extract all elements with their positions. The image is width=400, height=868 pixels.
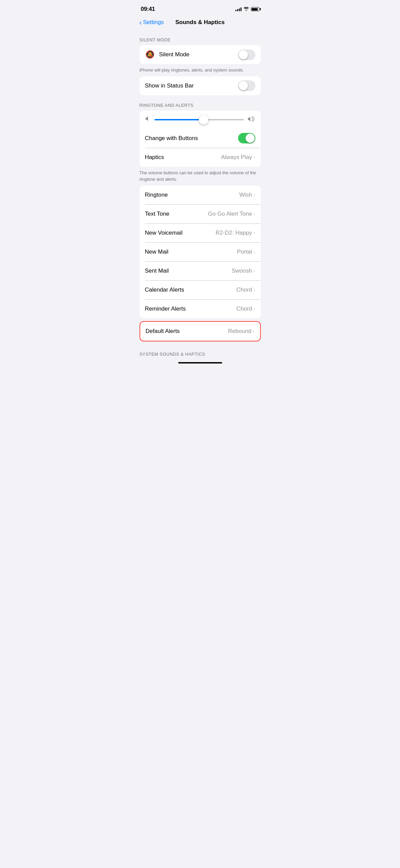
- toggle-thumb: [246, 134, 255, 143]
- system-sounds-section-label: SYSTEM SOUNDS & HAPTICS: [140, 352, 261, 357]
- signal-icon: [235, 7, 241, 11]
- ringtone-alerts-card: Change with Buttons Haptics Always Play …: [140, 111, 261, 167]
- change-with-buttons-row: Change with Buttons: [140, 129, 261, 148]
- text-tone-chevron-icon: ›: [253, 211, 255, 217]
- new-voicemail-label: New Voicemail: [145, 230, 216, 236]
- text-tone-value: Go Go Alert Tone: [208, 211, 252, 217]
- battery-icon: [251, 7, 259, 11]
- volume-slider-thumb: [199, 115, 208, 124]
- ringtone-row[interactable]: Ringtone Wish ›: [140, 185, 261, 204]
- text-tone-row[interactable]: Text Tone Go Go Alert Tone ›: [140, 204, 261, 223]
- new-mail-row[interactable]: New Mail Portal ›: [140, 242, 261, 261]
- show-in-status-bar-row: Show in Status Bar: [140, 76, 261, 95]
- status-icons: [235, 7, 259, 12]
- ringtone-helper: The volume buttons can be used to adjust…: [134, 167, 266, 183]
- default-alerts-value: Rebound: [228, 328, 251, 335]
- back-button[interactable]: ‹ Settings: [140, 19, 164, 26]
- haptics-label: Haptics: [145, 154, 221, 161]
- bottom-section: SYSTEM SOUNDS & HAPTICS: [134, 352, 266, 357]
- volume-row: [140, 111, 261, 129]
- volume-low-icon: [145, 116, 151, 123]
- bell-icon: 🔕: [145, 50, 154, 59]
- calendar-alerts-value: Chord: [236, 287, 252, 293]
- new-mail-chevron-icon: ›: [253, 249, 255, 255]
- volume-slider-track[interactable]: [154, 119, 244, 120]
- toggle-thumb: [239, 50, 248, 59]
- status-time: 09:41: [141, 6, 155, 13]
- default-alerts-chevron-icon: ›: [253, 328, 254, 334]
- new-voicemail-chevron-icon: ›: [253, 230, 255, 236]
- sent-mail-label: Sent Mail: [145, 268, 232, 274]
- volume-slider-fill: [154, 119, 204, 120]
- show-in-status-bar-label: Show in Status Bar: [145, 82, 238, 89]
- silent-mode-label: Silent Mode: [159, 51, 238, 58]
- ringtone-value: Wish: [239, 192, 252, 198]
- back-label: Settings: [143, 19, 164, 26]
- calendar-alerts-label: Calendar Alerts: [145, 287, 236, 293]
- reminder-alerts-row[interactable]: Reminder Alerts Chord ›: [140, 299, 261, 318]
- calendar-alerts-chevron-icon: ›: [253, 287, 255, 293]
- haptics-value: Always Play: [221, 154, 252, 161]
- back-chevron-icon: ‹: [140, 19, 142, 26]
- page-title: Sounds & Haptics: [175, 19, 225, 26]
- silent-mode-row: 🔕 Silent Mode: [140, 45, 261, 64]
- sent-mail-row[interactable]: Sent Mail Swoosh ›: [140, 261, 261, 280]
- silent-mode-helper: iPhone will play ringtones, alerts, and …: [134, 64, 266, 74]
- volume-high-icon: [247, 115, 255, 124]
- wifi-icon: [244, 7, 249, 12]
- sounds-list-card: Ringtone Wish › Text Tone Go Go Alert To…: [140, 185, 261, 318]
- show-in-status-bar-toggle[interactable]: [238, 80, 255, 91]
- ringtone-alerts-section-label: RINGTONE AND ALERTS: [134, 103, 266, 108]
- reminder-alerts-chevron-icon: ›: [253, 306, 255, 312]
- new-voicemail-value: R2-D2: Happy: [215, 230, 252, 236]
- silent-mode-card: 🔕 Silent Mode: [140, 45, 261, 64]
- silent-mode-section-label: SILENT MODE: [134, 37, 266, 42]
- new-mail-label: New Mail: [145, 249, 237, 255]
- reminder-alerts-label: Reminder Alerts: [145, 305, 236, 312]
- ringtone-chevron-icon: ›: [253, 192, 255, 198]
- text-tone-label: Text Tone: [145, 211, 208, 217]
- reminder-alerts-value: Chord: [236, 305, 252, 312]
- new-mail-value: Portal: [237, 249, 252, 255]
- sent-mail-chevron-icon: ›: [253, 268, 255, 274]
- silent-mode-toggle[interactable]: [238, 50, 255, 60]
- default-alerts-highlighted-card[interactable]: Default Alerts Rebound ›: [140, 321, 261, 341]
- ringtone-label: Ringtone: [145, 192, 239, 198]
- calendar-alerts-row[interactable]: Calendar Alerts Chord ›: [140, 280, 261, 299]
- toggle-thumb: [239, 81, 248, 90]
- bell-icon-container: 🔕: [145, 50, 155, 60]
- sent-mail-value: Swoosh: [232, 268, 252, 274]
- haptics-row[interactable]: Haptics Always Play ›: [140, 148, 261, 167]
- status-bar: 09:41: [134, 0, 266, 16]
- default-alerts-row[interactable]: Default Alerts Rebound ›: [140, 322, 260, 341]
- nav-header: ‹ Settings Sounds & Haptics: [134, 16, 266, 30]
- change-with-buttons-label: Change with Buttons: [145, 135, 238, 142]
- default-alerts-label: Default Alerts: [146, 328, 228, 335]
- haptics-chevron-icon: ›: [253, 154, 255, 160]
- change-with-buttons-toggle[interactable]: [238, 133, 255, 143]
- new-voicemail-row[interactable]: New Voicemail R2-D2: Happy ›: [140, 223, 261, 242]
- status-bar-card: Show in Status Bar: [140, 76, 261, 95]
